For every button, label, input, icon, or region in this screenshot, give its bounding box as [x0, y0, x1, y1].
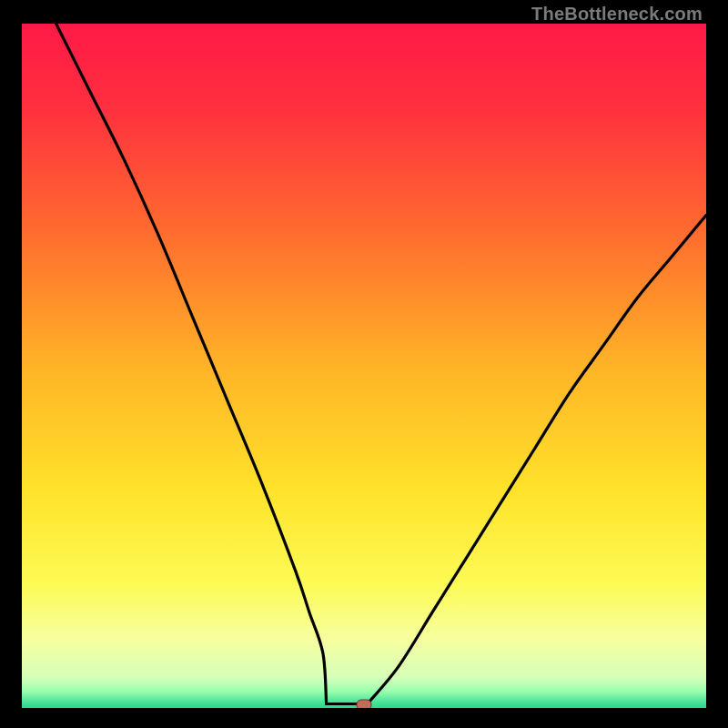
- chart-frame: [22, 24, 706, 708]
- bottleneck-chart: [22, 24, 706, 708]
- optimal-point-marker: [357, 700, 371, 708]
- watermark-text: TheBottleneck.com: [531, 4, 703, 25]
- gradient-background: [22, 24, 706, 708]
